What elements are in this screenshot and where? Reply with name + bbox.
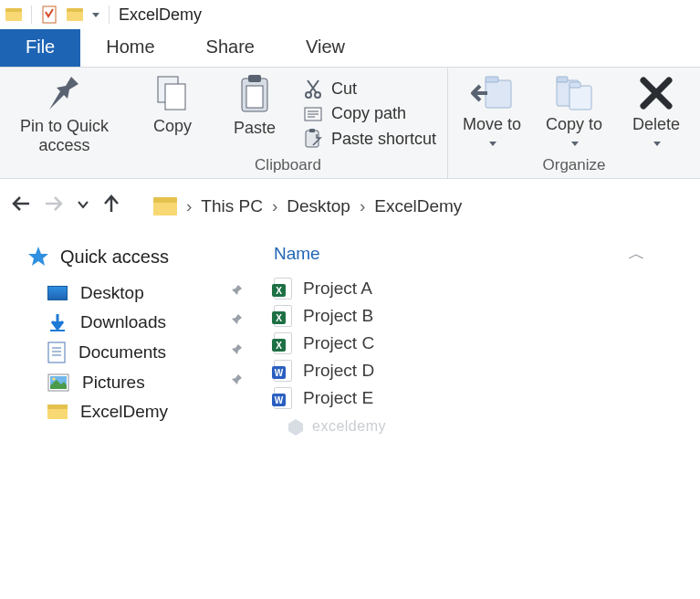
file-item[interactable]: XProject C xyxy=(274,330,691,357)
svg-rect-5 xyxy=(246,86,263,108)
clipboard-group-label: Clipboard xyxy=(255,156,321,174)
sidebar-item-label: Pictures xyxy=(82,373,145,393)
copy-button[interactable]: Copy xyxy=(140,75,205,136)
chevron-right-icon[interactable]: › xyxy=(360,196,365,216)
svg-rect-2 xyxy=(165,84,185,110)
paste-shortcut-label: Paste shortcut xyxy=(331,130,436,149)
navigation-bar: › This PC › Desktop › ExcelDemy xyxy=(0,179,700,233)
watermark: exceldemy xyxy=(274,412,691,436)
breadcrumb[interactable]: › This PC › Desktop › ExcelDemy xyxy=(153,196,462,216)
word-file-icon: W xyxy=(274,360,292,382)
chevron-down-icon xyxy=(653,142,661,146)
cut-label: Cut xyxy=(331,79,357,99)
up-button[interactable] xyxy=(102,194,120,218)
forward-button xyxy=(44,194,64,217)
pin-icon xyxy=(47,75,80,113)
folder-icon xyxy=(47,405,68,419)
quick-access-header[interactable]: Quick access xyxy=(27,246,257,268)
ribbon-group-organize: Move to Copy to Delete Organize xyxy=(448,68,700,178)
svg-point-6 xyxy=(306,92,311,98)
svg-rect-13 xyxy=(309,129,315,132)
breadcrumb-item[interactable]: Desktop xyxy=(287,196,350,216)
properties-icon[interactable] xyxy=(41,5,57,24)
file-item[interactable]: WProject E xyxy=(274,384,691,412)
svg-rect-12 xyxy=(306,131,319,147)
new-folder-icon[interactable] xyxy=(67,8,83,21)
folder-icon xyxy=(153,197,177,215)
column-header-row[interactable]: Name ︿ xyxy=(274,236,691,275)
chevron-up-icon[interactable]: ︿ xyxy=(628,242,645,266)
svg-rect-20 xyxy=(50,330,65,331)
tab-file[interactable]: File xyxy=(0,29,80,67)
file-item[interactable]: XProject A xyxy=(274,275,691,302)
watermark-icon xyxy=(287,417,305,436)
cut-button[interactable]: Cut xyxy=(304,79,436,99)
chevron-down-icon xyxy=(489,142,496,146)
excel-file-icon: X xyxy=(274,305,292,327)
ribbon-group-pin: Pin to Quick access xyxy=(0,68,129,178)
delete-button[interactable]: Delete xyxy=(623,75,689,152)
breadcrumb-item[interactable]: This PC xyxy=(201,196,263,216)
star-icon xyxy=(27,246,49,268)
file-item[interactable]: XProject B xyxy=(274,302,691,330)
file-explorer-window: ExcelDemy File Home Share View Pin to Qu… xyxy=(0,0,700,439)
copy-to-label: Copy to xyxy=(546,115,602,133)
pin-label: Pin to Quick access xyxy=(11,117,118,154)
sidebar-item-documents[interactable]: Documents xyxy=(27,337,257,368)
pinned-indicator xyxy=(228,342,243,363)
chevron-right-icon[interactable]: › xyxy=(186,196,192,216)
svg-point-28 xyxy=(52,378,55,381)
recent-locations-button[interactable] xyxy=(77,197,89,215)
delete-x-icon xyxy=(638,75,674,111)
move-to-button[interactable]: Move to xyxy=(459,75,525,152)
file-list: Name ︿ XProject AXProject BXProject CWPr… xyxy=(265,233,700,439)
pictures-icon xyxy=(47,373,69,392)
excel-file-icon: X xyxy=(274,332,292,354)
chevron-right-icon[interactable]: › xyxy=(272,196,277,216)
chevron-down-icon xyxy=(571,142,579,146)
back-button[interactable] xyxy=(11,194,31,217)
excel-file-icon: X xyxy=(274,278,292,300)
svg-rect-18 xyxy=(569,86,591,110)
paste-label: Paste xyxy=(234,119,276,138)
tab-home[interactable]: Home xyxy=(80,29,180,67)
pinned-indicator xyxy=(228,373,243,393)
qat-dropdown-icon[interactable] xyxy=(92,13,99,17)
sidebar-item-exceldemy[interactable]: ExcelDemy xyxy=(27,397,257,426)
file-item[interactable]: WProject D xyxy=(274,357,691,384)
paste-button[interactable]: Paste xyxy=(222,75,287,138)
folder-icon xyxy=(5,8,22,21)
ribbon-group-clipboard: Copy Paste Cut Copy path xyxy=(129,68,448,178)
word-file-icon: W xyxy=(274,387,292,409)
scissors-icon xyxy=(304,79,322,99)
copy-path-icon xyxy=(304,107,322,121)
desktop-icon xyxy=(47,286,68,300)
download-icon xyxy=(47,312,68,332)
sidebar-item-pictures[interactable]: Pictures xyxy=(27,368,257,397)
paste-shortcut-icon xyxy=(304,129,322,149)
pinned-indicator xyxy=(228,312,243,332)
sidebar-item-desktop[interactable]: Desktop xyxy=(27,278,257,308)
pinned-indicator xyxy=(228,283,243,303)
copy-to-button[interactable]: Copy to xyxy=(541,75,607,152)
document-icon xyxy=(47,342,66,363)
tab-share[interactable]: Share xyxy=(181,29,280,67)
breadcrumb-item[interactable]: ExcelDemy xyxy=(374,196,462,216)
divider xyxy=(31,5,32,24)
sidebar-item-label: ExcelDemy xyxy=(80,402,168,422)
file-name: Project D xyxy=(303,361,374,381)
pin-to-quick-access-button[interactable]: Pin to Quick access xyxy=(11,75,118,154)
copy-path-button[interactable]: Copy path xyxy=(304,104,436,123)
svg-marker-29 xyxy=(288,419,303,436)
paste-shortcut-button[interactable]: Paste shortcut xyxy=(304,129,436,149)
file-name: Project E xyxy=(303,388,373,408)
tab-view[interactable]: View xyxy=(280,29,371,67)
sidebar-item-downloads[interactable]: Downloads xyxy=(27,308,257,337)
move-to-label: Move to xyxy=(463,115,521,133)
paste-icon xyxy=(238,75,271,115)
window-title: ExcelDemy xyxy=(119,5,202,25)
quick-access-label: Quick access xyxy=(60,247,169,268)
navigation-pane: Quick access DesktopDownloadsDocumentsPi… xyxy=(0,233,265,439)
column-header-name[interactable]: Name xyxy=(274,244,320,264)
svg-rect-21 xyxy=(48,342,65,363)
